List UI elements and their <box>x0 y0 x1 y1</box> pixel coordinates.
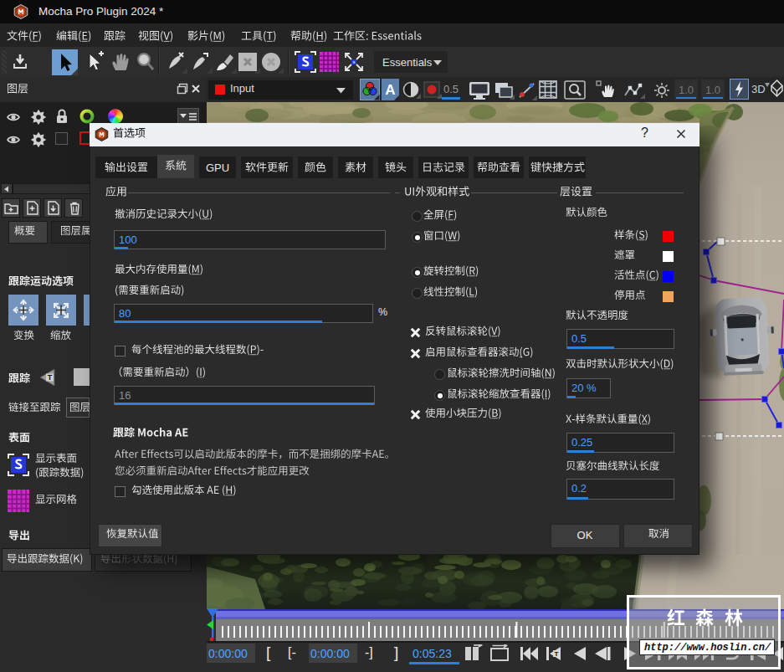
svg-text:T: T <box>555 650 559 658</box>
svg-text:s: s <box>353 59 356 64</box>
svg-text:T: T <box>48 373 53 382</box>
svg-text:A: A <box>385 82 395 98</box>
